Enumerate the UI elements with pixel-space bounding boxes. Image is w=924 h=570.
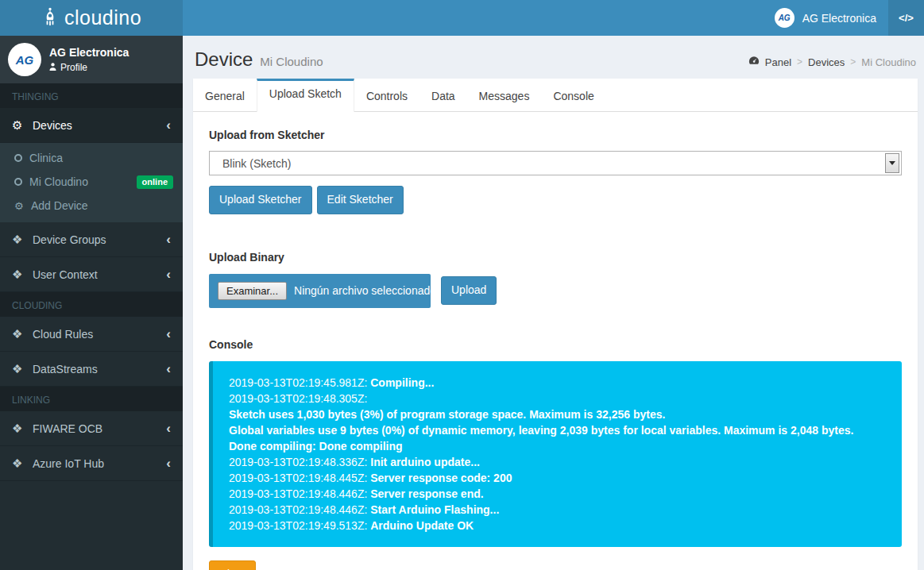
browse-file-button[interactable]: Examinar... (218, 282, 287, 300)
cubes-icon: ❖ (12, 362, 33, 376)
sidebar-item-mi-cloudino[interactable]: Mi Cloudino online (0, 170, 183, 194)
sidebar-item-user-context[interactable]: ❖ User Context ‹ (0, 257, 183, 292)
log-timestamp: 2019-03-13T02:19:48.336Z: (229, 456, 367, 468)
circle-icon (14, 154, 22, 162)
chevron-left-icon: ‹ (166, 233, 171, 246)
log-message: Arduino Update OK (370, 519, 474, 532)
sidebar: AG AG Electronica Profile THINGING ⚙ Dev… (0, 36, 183, 570)
user-menu[interactable]: AG AG Electronica (763, 0, 888, 36)
top-navbar: cloudino AG AG Electronica </> (0, 0, 924, 36)
sidebar-avatar: AG (8, 43, 41, 76)
sidebar-item-add-device[interactable]: ⚙ Add Device (0, 194, 183, 218)
upload-binary-label: Upload Binary (209, 251, 902, 264)
console-output: 2019-03-13T02:19:45.981Z: Compiling... 2… (209, 361, 902, 547)
brand-name: cloudino (64, 6, 141, 29)
content-header: Device Mi Cloudino Panel > Devices > Mi … (193, 36, 918, 79)
console-line: Global variables use 9 bytes (0%) of dyn… (229, 422, 886, 438)
chevron-left-icon: ‹ (166, 456, 171, 470)
online-status-badge: online (137, 175, 173, 189)
sidebar-item-clinica[interactable]: Clinica (0, 146, 183, 170)
console-line: 2019-03-13T02:19:49.513Z: Arduino Update… (229, 518, 886, 533)
sidebar-item-label: Device Groups (33, 233, 106, 246)
log-timestamp: 2019-03-13T02:19:48.445Z: (229, 472, 367, 484)
tab-console[interactable]: Console (541, 79, 605, 111)
log-message: Server response end. (370, 487, 483, 500)
profile-label: Profile (60, 62, 87, 73)
console-line: Sketch uses 1,030 bytes (3%) of program … (229, 406, 886, 422)
dev-code-button[interactable]: </> (888, 0, 924, 36)
sidebar-item-devices[interactable]: ⚙ Devices ‹ (0, 108, 183, 143)
sidebar-item-label: Mi Cloudino (29, 175, 88, 188)
file-selection-status: Ningún archivo seleccionado. (294, 284, 439, 297)
tab-bar: General Upload Sketch Controls Data Mess… (193, 79, 918, 112)
console-line: Done compiling: Done compiling (229, 438, 886, 454)
log-message: Start Arduino Flashing... (370, 503, 499, 516)
content-area: Device Mi Cloudino Panel > Devices > Mi … (183, 36, 924, 570)
sidebar-item-cloud-rules[interactable]: ❖ Cloud Rules ‹ (0, 317, 183, 352)
console-line: 2019-03-13T02:19:48.445Z: Server respons… (229, 470, 886, 486)
tab-controls[interactable]: Controls (354, 79, 419, 111)
sidebar-item-datastreams[interactable]: ❖ DataStreams ‹ (0, 352, 183, 387)
log-message: Done compiling: Done compiling (229, 440, 403, 453)
sidebar-item-azure-iot-hub[interactable]: ❖ Azure IoT Hub ‹ (0, 446, 183, 481)
upload-sketcher-button[interactable]: Upload Sketcher (209, 186, 312, 214)
sketch-select[interactable]: Blink (Sketch) (209, 151, 902, 175)
sidebar-item-fiware-ocb[interactable]: ❖ FIWARE OCB ‹ (0, 411, 183, 446)
tab-upload-sketch[interactable]: Upload Sketch (257, 79, 354, 112)
dashboard-icon (748, 56, 760, 68)
section-header-linking: LINKING (0, 387, 183, 411)
breadcrumb-panel[interactable]: Panel (765, 56, 791, 68)
cubes-icon: ❖ (12, 456, 33, 471)
console-line: 2019-03-13T02:19:45.981Z: Compiling... (229, 375, 886, 391)
upload-binary-row: Examinar... Ningún archivo seleccionado.… (209, 274, 902, 308)
chevron-left-icon: ‹ (166, 362, 171, 376)
log-message: Compiling... (370, 376, 434, 389)
sidebar-user-panel: AG AG Electronica Profile (0, 36, 183, 83)
log-message: Global variables use 9 bytes (0%) of dyn… (229, 424, 853, 437)
cubes-icon: ❖ (12, 268, 33, 282)
tab-messages[interactable]: Messages (467, 79, 542, 111)
sidebar-item-device-groups[interactable]: ❖ Device Groups ‹ (0, 222, 183, 257)
chevron-left-icon: ‹ (166, 327, 171, 341)
chevron-left-icon: ‹ (166, 268, 171, 281)
upload-button[interactable]: Upload (441, 276, 497, 305)
sidebar-item-label: User Context (33, 268, 98, 281)
log-message: Server response code: 200 (370, 472, 512, 484)
console-label: Console (209, 338, 902, 351)
clear-console-button[interactable]: Clear (209, 560, 256, 570)
navbar-right: AG AG Electronica </> (763, 0, 924, 36)
user-avatar: AG (775, 8, 794, 28)
sidebar-item-label: FIWARE OCB (33, 422, 102, 435)
tab-data[interactable]: Data (419, 79, 467, 111)
log-timestamp: 2019-03-13T02:19:48.446Z: (229, 503, 367, 516)
gears-icon: ⚙ (12, 118, 33, 133)
edit-sketcher-button[interactable]: Edit Sketcher (317, 186, 404, 214)
upload-from-sketcher-label: Upload from Sketcher (209, 129, 902, 141)
code-icon: </> (899, 12, 914, 24)
devices-submenu: Clinica Mi Cloudino online ⚙ Add Device (0, 143, 183, 222)
console-line: 2019-03-13T02:19:48.336Z: Init arduino u… (229, 454, 886, 470)
rocket-robot-icon (41, 7, 59, 29)
chevron-left-icon: ‹ (166, 422, 171, 435)
log-timestamp: 2019-03-13T02:19:45.981Z: (229, 376, 367, 389)
file-input[interactable]: Examinar... Ningún archivo seleccionado. (209, 274, 431, 308)
sidebar-item-label: Clinica (29, 152, 63, 164)
sidebar-item-label: Azure IoT Hub (33, 457, 104, 470)
breadcrumb-separator: > (797, 56, 802, 67)
user-name: AG Electronica (802, 12, 876, 25)
sidebar-item-label: DataStreams (33, 363, 98, 376)
profile-link[interactable]: Profile (49, 62, 129, 73)
breadcrumb-devices[interactable]: Devices (808, 56, 845, 68)
sidebar-item-label: Cloud Rules (33, 328, 93, 341)
sidebar-item-label: Devices (33, 119, 72, 132)
app-window: cloudino AG AG Electronica </> AG AG Ele… (0, 0, 924, 570)
brand-logo[interactable]: cloudino (0, 0, 183, 36)
tab-general[interactable]: General (193, 79, 257, 111)
log-timestamp: 2019-03-13T02:19:49.513Z: (229, 519, 367, 532)
cubes-icon: ❖ (12, 233, 33, 247)
upload-sketch-pane: Upload from Sketcher Blink (Sketch) Uplo… (193, 112, 918, 570)
page-subtitle: Mi Cloudino (260, 55, 323, 68)
person-icon (49, 62, 56, 73)
console-line: 2019-03-13T02:19:48.446Z: Server respons… (229, 486, 886, 502)
chevron-left-icon: ‹ (166, 118, 171, 132)
